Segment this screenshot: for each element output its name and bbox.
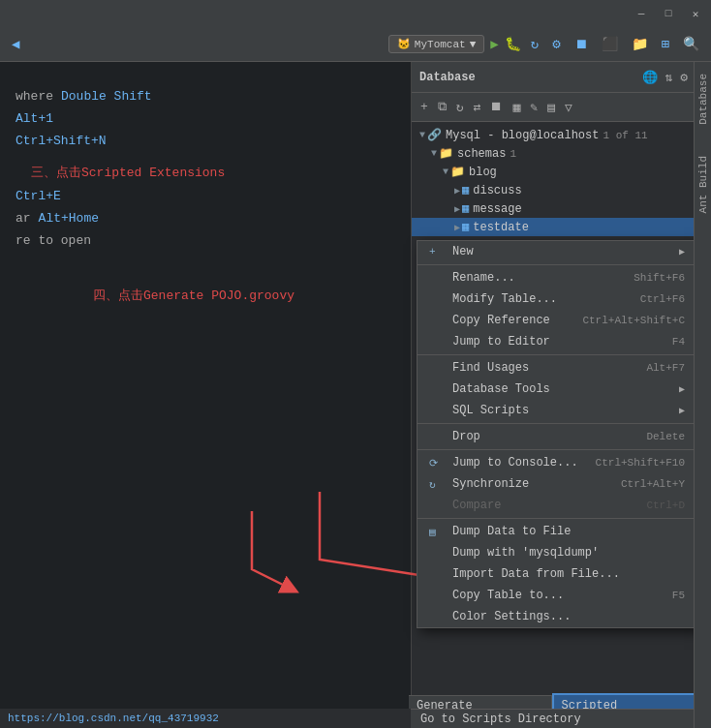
db-toolbar: + ⧉ ↻ ⇄ ⏹ ▦ ✎ ▤ ▽: [412, 93, 711, 122]
menu-item-jump-editor[interactable]: Jump to Editor F4: [417, 331, 696, 352]
db-add-btn[interactable]: +: [417, 99, 431, 115]
tomcat-label: MyTomcat: [415, 39, 466, 50]
search-button[interactable]: 🔍: [679, 34, 703, 54]
find-usages-shortcut: Alt+F7: [646, 362, 685, 374]
tree-label-mysql: Mysql - blog@localhost: [446, 129, 599, 142]
editor-area: where Double Shift Alt+1 Ctrl+Shift+N 三、…: [0, 62, 411, 728]
menu-item-modify[interactable]: Modify Table... Ctrl+F6: [417, 288, 696, 310]
menu-item-drop[interactable]: Drop Delete: [417, 426, 696, 447]
stop-button[interactable]: ⏹: [571, 35, 592, 54]
run-button[interactable]: ▶: [490, 36, 498, 52]
back-icon[interactable]: ◀: [8, 34, 23, 54]
side-tab-ant-build[interactable]: Ant Build: [696, 144, 711, 225]
refresh-button[interactable]: ↻: [527, 34, 542, 54]
tree-arrow-schemas: ▼: [431, 148, 437, 159]
db-copy-btn[interactable]: ⧉: [435, 99, 449, 115]
find-usages-label: Find Usages: [452, 361, 638, 375]
db-globe-icon[interactable]: 🌐: [642, 70, 658, 85]
menu-item-db-tools[interactable]: Database Tools ▶: [417, 379, 696, 400]
menu-item-rename[interactable]: Rename... Shift+F6: [417, 267, 696, 288]
separator-5: [417, 518, 696, 519]
separator-4: [417, 449, 696, 450]
dump-data-icon: ▤: [429, 526, 447, 538]
tomcat-dropdown[interactable]: 🐱 MyTomcat ▼: [388, 35, 484, 53]
tree-arrow-mysql: ▼: [419, 130, 425, 140]
folder-button[interactable]: 📁: [628, 34, 652, 54]
tree-item-schemas[interactable]: ▼ 📁 schemas 1: [412, 144, 711, 163]
copy-table-shortcut: F5: [672, 590, 685, 601]
tree-label-discuss: discuss: [473, 184, 521, 197]
menu-item-import[interactable]: Import Data from File...: [417, 563, 696, 585]
go-to-scripts-label[interactable]: Go to Scripts Directory: [420, 713, 581, 726]
db-table-btn[interactable]: ▦: [510, 99, 523, 116]
menu-item-synchronize[interactable]: ↻ Synchronize Ctrl+Alt+Y: [417, 473, 696, 495]
compare-label: Compare: [452, 499, 638, 512]
tree-item-message[interactable]: ▶ ▦ message: [412, 199, 711, 218]
message-table-icon: ▦: [462, 201, 469, 216]
db-edit-btn[interactable]: ✎: [527, 99, 541, 116]
db-settings-icon[interactable]: ⚙: [680, 70, 688, 85]
jump-console-shortcut: Ctrl+Shift+F10: [596, 457, 685, 469]
build-button[interactable]: ⬛: [598, 34, 622, 54]
db-filter2-btn[interactable]: ▽: [562, 99, 575, 116]
debug-button[interactable]: 🐛: [505, 36, 521, 52]
menu-item-color-settings[interactable]: Color Settings...: [417, 606, 696, 627]
menu-item-copy-ref[interactable]: Copy Reference Ctrl+Alt+Shift+C: [417, 310, 696, 331]
tree-item-discuss[interactable]: ▶ ▦ discuss: [412, 181, 711, 199]
menu-item-dump-mysqldump[interactable]: Dump with 'mysqldump': [417, 542, 696, 563]
db-transfer-btn[interactable]: ⇄: [471, 99, 484, 116]
copy-table-label: Copy Table to...: [452, 589, 665, 602]
side-tab-database[interactable]: Database: [696, 62, 711, 136]
drop-shortcut: Delete: [646, 431, 685, 442]
tree-item-testdate[interactable]: ▶ ▦ testdate: [412, 218, 711, 236]
url-bar: https://blog.csdn.net/qq_43719932: [0, 709, 411, 728]
tree-count-schemas: 1: [510, 148, 516, 160]
copy-ref-label: Copy Reference: [452, 314, 574, 327]
tree-count-mysql: 1 of 11: [603, 130, 647, 141]
menu-item-sql-scripts[interactable]: SQL Scripts ▶: [417, 400, 696, 421]
tree-item-blog[interactable]: ▼ 📁 blog: [412, 163, 711, 181]
hint-where-label: where: [15, 89, 53, 104]
rename-label: Rename...: [452, 271, 626, 285]
jump-editor-shortcut: F4: [672, 336, 685, 348]
menu-item-find-usages[interactable]: Find Usages Alt+F7: [417, 357, 696, 379]
hint-ar: ar: [15, 211, 31, 226]
side-tab-panel: Database Ant Build: [694, 62, 711, 728]
tree-arrow-message: ▶: [454, 203, 460, 215]
menu-item-copy-table[interactable]: Copy Table to... F5: [417, 585, 696, 606]
sql-scripts-arrow: ▶: [679, 405, 685, 416]
url-text: https://blog.csdn.net/qq_43719932: [8, 713, 219, 724]
hint-ctrl-shift-n: Ctrl+Shift+N: [15, 134, 107, 148]
maximize-button[interactable]: □: [661, 6, 676, 21]
db-tools-arrow: ▶: [679, 383, 685, 395]
grid-button[interactable]: ⊞: [658, 34, 673, 54]
annotation2: 四、点击Generate POJO.groovy: [93, 287, 395, 304]
db-stop-btn[interactable]: ⏹: [487, 99, 506, 115]
schemas-icon: 📁: [439, 146, 453, 161]
db-tools-label: Database Tools: [452, 382, 679, 396]
close-button[interactable]: ✕: [688, 6, 703, 21]
synchronize-icon: ↻: [429, 478, 447, 491]
settings-button[interactable]: ⚙: [548, 34, 564, 54]
hint-double-shift: Double Shift: [61, 89, 152, 104]
hint-alt1: Alt+1: [15, 111, 53, 126]
menu-item-jump-console[interactable]: ⟳ Jump to Console... Ctrl+Shift+F10: [417, 452, 696, 473]
hint-re-to-open: re to open: [15, 233, 91, 248]
tree-item-mysql[interactable]: ▼ 🔗 Mysql - blog@localhost 1 of 11: [412, 126, 711, 144]
tree-label-message: message: [473, 202, 521, 216]
db-refresh-btn[interactable]: ↻: [453, 99, 467, 116]
db-console-btn[interactable]: ▤: [544, 99, 558, 116]
blog-schema-icon: 📁: [450, 165, 465, 179]
menu-item-dump-data[interactable]: ▤ Dump Data to File: [417, 521, 696, 542]
db-filter-icon[interactable]: ⇅: [665, 70, 673, 85]
minimize-button[interactable]: —: [634, 6, 649, 21]
arrow-generate-pojo: [232, 511, 310, 608]
new-arrow-icon: ▶: [679, 246, 685, 258]
drop-label: Drop: [452, 430, 638, 443]
color-settings-label: Color Settings...: [452, 610, 685, 623]
hint-ctrl-e: Ctrl+E: [15, 189, 61, 203]
menu-item-new[interactable]: + New ▶: [417, 241, 696, 262]
separator-1: [417, 264, 696, 265]
dump-mysqldump-label: Dump with 'mysqldump': [452, 546, 685, 560]
menu-item-compare[interactable]: Compare Ctrl+D: [417, 495, 696, 516]
